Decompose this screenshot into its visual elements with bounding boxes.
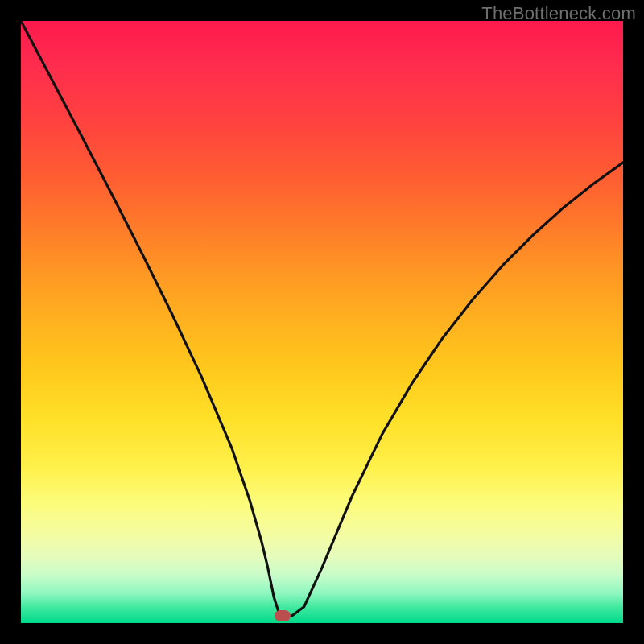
optimum-marker [275,610,291,621]
watermark-text: TheBottleneck.com [481,3,636,24]
curve-svg [21,21,623,623]
chart-frame: TheBottleneck.com [0,0,644,644]
plot-area [21,21,623,623]
bottleneck-curve [21,21,623,616]
